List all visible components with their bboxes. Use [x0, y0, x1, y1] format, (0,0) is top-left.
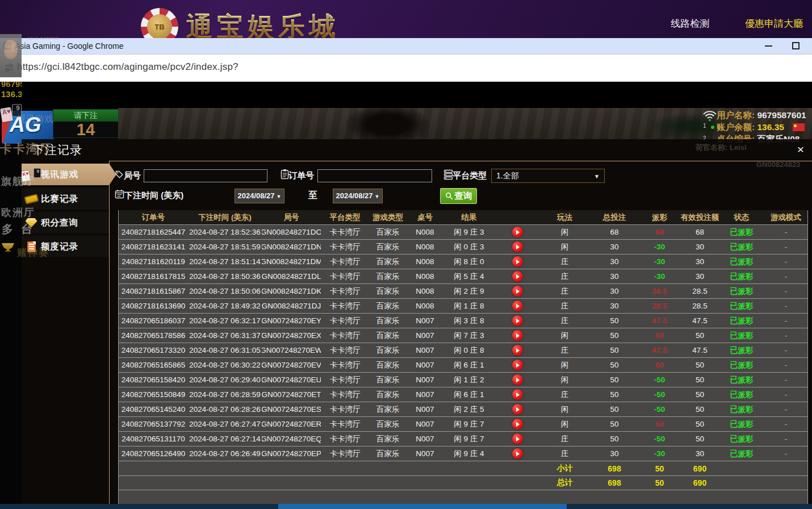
result-cell: 闲 9 庄 4: [443, 447, 495, 461]
chip-label: TB: [147, 14, 172, 38]
replay-play-button[interactable]: [512, 271, 523, 282]
table-row: 2408271816136902024-08-27 18:49:32GN0082…: [119, 298, 807, 313]
result-cell: 闲 6 庄 1: [443, 358, 495, 372]
horizontal-scrollbar[interactable]: [0, 504, 812, 509]
result-cell: 闲 0 庄 8: [443, 343, 495, 357]
replay-play-button[interactable]: [512, 404, 523, 415]
column-header: 有效投注额: [680, 210, 720, 224]
total-cell: [321, 476, 369, 490]
status-cell: 已派彩: [720, 417, 763, 431]
total-cell: [188, 476, 262, 490]
order-number-input[interactable]: [317, 169, 432, 182]
total-label: 小计: [540, 461, 589, 475]
url-text[interactable]: https://gci.l842tbgc.com/agingame/pcv2/i…: [17, 61, 238, 73]
play-icon: [516, 230, 520, 235]
mode-cell: -: [763, 225, 808, 239]
bet-time-label: 下注时间 (美东): [124, 190, 183, 201]
game-cell: 百家乐: [369, 387, 407, 402]
order-cell: 240827065145240: [119, 402, 188, 416]
game-cell: 百家乐: [369, 358, 407, 372]
site-settings-icon[interactable]: [4, 62, 14, 73]
total-cell: [443, 476, 495, 490]
tab-video-games[interactable]: 9 K♥ 视讯游戏: [22, 164, 116, 185]
chevron-down-icon: ▼: [277, 194, 282, 199]
date-from-picker[interactable]: 2024/08/27▼: [235, 189, 284, 203]
round-number-input[interactable]: [144, 169, 267, 182]
replay-play-button[interactable]: [512, 315, 523, 326]
search-button-label: 查询: [455, 190, 472, 202]
round-cell: GN007248270ER: [262, 417, 321, 431]
bet-cell: 50: [589, 373, 639, 387]
tab-points-query[interactable]: 积分查询: [22, 212, 109, 233]
tab-match-records[interactable]: 比赛记录: [22, 188, 109, 210]
tab-quota-records[interactable]: 额度记录: [22, 236, 109, 257]
bead-number: 1: [703, 123, 706, 129]
time-cell: 2024-08-27 06:28:59: [188, 387, 262, 402]
replay-play-button[interactable]: [512, 419, 523, 429]
table-row: 2408271816201192024-08-27 18:51:14GN0082…: [119, 254, 807, 269]
platform-cell: 卡卡湾厅: [321, 402, 369, 416]
order-cell: 240827065150849: [119, 387, 188, 402]
play-icon: [516, 378, 520, 382]
replay-play-button[interactable]: [512, 374, 523, 385]
time-cell: 2024-08-27 18:49:32: [188, 299, 262, 313]
table-cell: N007: [407, 447, 443, 461]
table-cell: N007: [407, 328, 443, 343]
maximize-button[interactable]: [792, 42, 800, 49]
date-to-picker[interactable]: 2024/08/27▼: [333, 189, 383, 203]
status-cell: 已派彩: [720, 432, 763, 446]
bet-cell: 50: [589, 343, 639, 357]
line-check-link[interactable]: 线路检测: [671, 17, 709, 30]
replay-play-button[interactable]: [512, 448, 523, 459]
result-cell: 闲 1 庄 8: [443, 299, 495, 313]
total-cell: [720, 461, 763, 475]
promo-apply-link[interactable]: 優惠申請大廳: [745, 17, 803, 30]
status-cell: 已派彩: [720, 343, 763, 357]
result-cell: 闲 6 庄 1: [443, 387, 495, 402]
replay-cell: [495, 269, 540, 283]
bet-cell: 30: [589, 240, 639, 254]
bet-cell: 30: [589, 269, 639, 283]
replay-play-button[interactable]: [512, 227, 523, 237]
replay-play-button[interactable]: [512, 301, 523, 311]
bet-cell: 50: [589, 328, 639, 343]
close-icon[interactable]: ×: [794, 143, 807, 157]
column-header: 桌号: [407, 210, 443, 224]
replay-play-button[interactable]: [512, 241, 523, 252]
username-label: 用户名称:: [717, 110, 755, 120]
bet-records-modal: 下注记录 × 9 K♥ 视讯游戏 比赛记录 积分查询 额度记录: [22, 139, 812, 504]
replay-play-button[interactable]: [512, 330, 523, 341]
search-button[interactable]: 查询: [440, 188, 477, 204]
bet-cell: 30: [589, 299, 639, 313]
divider: [109, 161, 110, 504]
game-cell: 百家乐: [369, 343, 407, 357]
table-cell: N008: [407, 254, 443, 269]
scrollbar-thumb[interactable]: [278, 504, 567, 509]
replay-play-button[interactable]: [512, 256, 523, 267]
round-cell: GN007248270ES: [262, 402, 321, 416]
platform-type-select[interactable]: 1.全部 ▼: [491, 169, 605, 183]
ag-logo-text: AG: [10, 113, 41, 137]
minimize-button[interactable]: [765, 45, 772, 47]
address-bar[interactable]: https://gci.l842tbgc.com/agingame/pcv2/i…: [0, 55, 812, 82]
total-label: 总计: [540, 476, 589, 490]
replay-play-button[interactable]: [512, 286, 523, 297]
platform-cell: 卡卡湾厅: [321, 284, 369, 298]
play-cell: 闲: [540, 240, 589, 254]
replay-play-button[interactable]: [512, 345, 523, 356]
replay-play-button[interactable]: [512, 360, 523, 370]
table-cell: N007: [407, 432, 443, 446]
replay-play-button[interactable]: [512, 433, 523, 444]
tag-icon: [115, 170, 124, 179]
play-icon: [516, 348, 520, 353]
play-icon: [516, 422, 520, 427]
mode-cell: -: [763, 269, 808, 283]
valid-cell: 50: [680, 417, 720, 431]
flag-star: [794, 124, 797, 127]
replay-cell: [495, 417, 540, 431]
mode-cell: -: [763, 343, 808, 357]
table-row: 2408270651658652024-08-27 06:30:22GN0072…: [119, 357, 807, 372]
total-cell: [119, 476, 188, 490]
bet-cell: 50: [589, 314, 639, 328]
replay-play-button[interactable]: [512, 389, 523, 400]
